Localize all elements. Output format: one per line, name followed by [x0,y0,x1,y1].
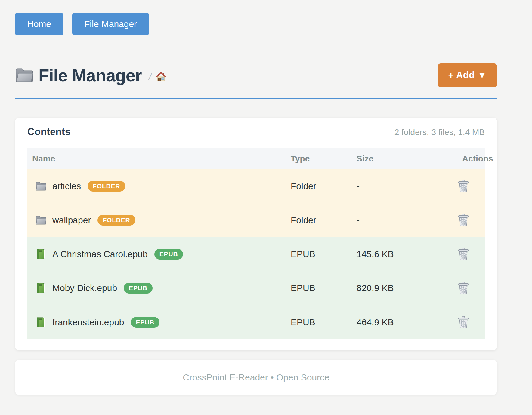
file-manager-button[interactable]: File Manager [72,13,149,35]
column-header-actions: Actions [442,154,493,164]
table-row[interactable]: A Christmas Carol.epub EPUB EPUB 145.6 K… [27,237,485,271]
file-name-link[interactable]: frankenstein.epub [52,317,124,327]
top-nav: Home File Manager [15,0,497,35]
card-title: Contents [27,126,70,137]
file-name-link[interactable]: articles [52,181,81,191]
type-cell: Folder [291,181,357,191]
type-badge: FOLDER [88,181,125,192]
card-header: Contents 2 folders, 3 files, 1.4 MB [27,126,485,139]
contents-card: Contents 2 folders, 3 files, 1.4 MB Name… [15,118,497,350]
delete-button[interactable] [458,316,469,329]
type-cell: EPUB [291,317,357,327]
column-header-name: Name [27,154,291,164]
column-header-type: Type [291,154,357,164]
type-badge: EPUB [154,249,183,260]
home-button[interactable]: Home [15,13,63,35]
table-row[interactable]: wallpaper FOLDER Folder - [27,203,485,237]
book-icon [35,249,47,260]
folder-icon [35,215,47,226]
table-body: articles FOLDER Folder - wallpaper FOLDE… [27,169,485,339]
trash-icon [458,316,469,329]
breadcrumb-separator: / [148,72,153,82]
type-cell: EPUB [291,249,357,259]
book-icon [35,317,47,328]
header-divider [15,98,497,99]
page: Home File Manager File Manager / + Add ▼… [15,0,497,395]
type-cell: Folder [291,215,357,225]
type-badge: FOLDER [97,215,135,226]
footer-text: CrossPoint E-Reader • Open Source [183,372,329,383]
table-row[interactable]: Moby Dick.epub EPUB EPUB 820.9 KB [27,271,485,305]
page-header: File Manager / + Add ▼ [15,63,497,87]
table-row[interactable]: frankenstein.epub EPUB EPUB 464.9 KB [27,305,485,339]
delete-button[interactable] [458,248,469,260]
folder-icon [15,67,34,83]
home-icon [156,71,166,81]
footer: CrossPoint E-Reader • Open Source [15,360,497,395]
type-badge: EPUB [124,283,153,294]
type-badge: EPUB [131,317,160,328]
file-name-link[interactable]: wallpaper [52,215,91,225]
trash-icon [458,180,469,192]
file-table: Name Type Size Actions articles FOLDER F… [27,148,485,339]
contents-summary: 2 folders, 3 files, 1.4 MB [394,128,485,137]
trash-icon [458,214,469,226]
delete-button[interactable] [458,180,469,192]
size-cell: 820.9 KB [357,283,442,293]
page-title: File Manager [39,65,142,85]
table-row[interactable]: articles FOLDER Folder - [27,169,485,203]
trash-icon [458,282,469,294]
trash-icon [458,248,469,260]
size-cell: 464.9 KB [357,317,442,327]
folder-icon [35,181,47,192]
delete-button[interactable] [458,214,469,226]
breadcrumb-home-link[interactable] [156,71,166,81]
book-icon [35,283,47,294]
file-name-link[interactable]: Moby Dick.epub [52,283,117,293]
add-button[interactable]: + Add ▼ [438,63,497,87]
file-name-link[interactable]: A Christmas Carol.epub [52,249,148,259]
table-header-row: Name Type Size Actions [27,148,485,169]
type-cell: EPUB [291,283,357,293]
size-cell: - [357,181,442,191]
column-header-size: Size [357,154,442,164]
size-cell: - [357,215,442,225]
size-cell: 145.6 KB [357,249,442,259]
delete-button[interactable] [458,282,469,294]
